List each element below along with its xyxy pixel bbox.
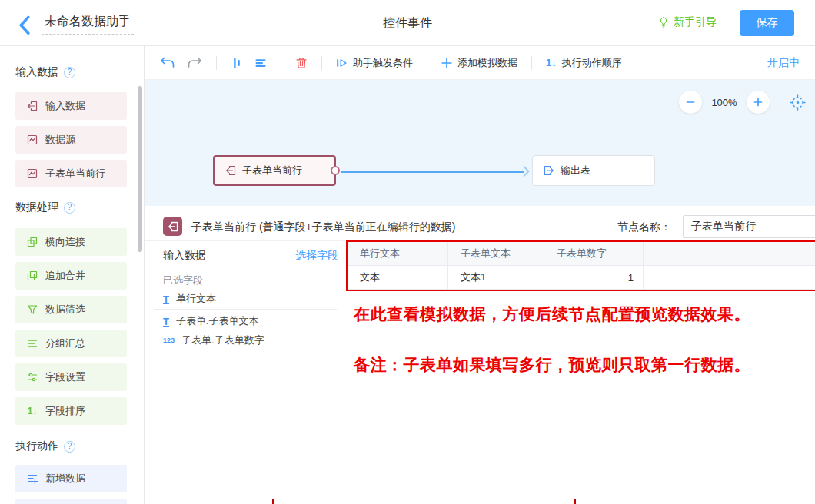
sort-order-icon: 1↓ xyxy=(546,58,557,68)
filter-icon xyxy=(27,304,38,315)
horizontal-join-icon xyxy=(27,237,38,247)
table-cell: 文本 xyxy=(348,266,448,290)
sidebar-item-data-filter[interactable]: 数据筛选 xyxy=(15,296,127,323)
toolbar-divider xyxy=(531,56,532,70)
mock-data-table: 单行文本 子表单文本 子表单数字 文本 文本1 1 xyxy=(348,242,815,290)
app-window: 未命名数据助手 控件事件 新手引导 保存 输入数据 ? 输入数据 数据源 xyxy=(0,0,815,504)
group-summary-icon xyxy=(27,338,38,349)
sidebar: 输入数据 ? 输入数据 数据源 子表单当前行 数据处理 ? xyxy=(0,46,145,504)
input-data-label: 输入数据 xyxy=(163,249,206,263)
play-icon xyxy=(336,58,348,68)
add-data-icon xyxy=(27,473,38,484)
annotation-text-2: 备注：子表单如果填写多行，预览则只取第一行数据。 xyxy=(354,354,750,376)
panel-divider xyxy=(145,240,815,241)
node-config-panel: 子表单当前行 (普通字段+子表单当前正在编辑行的数据) 节点名称： 输入数据 选… xyxy=(145,206,815,504)
help-icon[interactable]: ? xyxy=(64,441,75,453)
beginner-guide-button[interactable]: 新手引导 xyxy=(658,15,717,29)
select-fields-link[interactable]: 选择字段 xyxy=(295,249,338,263)
sidebar-item-subform-current-row[interactable]: 子表单当前行 xyxy=(15,160,127,187)
text-field-icon: T xyxy=(163,294,169,304)
node-name-label: 节点名称： xyxy=(617,220,671,234)
subform-row-icon xyxy=(27,168,38,179)
zoom-out-button[interactable] xyxy=(679,91,702,114)
locate-center-icon[interactable] xyxy=(790,94,806,111)
field-item[interactable]: T 子表单.子表单文本 xyxy=(163,313,259,330)
table-cell: 文本1 xyxy=(448,266,544,290)
sidebar-item-group-summary[interactable]: 分组汇总 xyxy=(15,330,127,357)
input-node-icon xyxy=(225,165,236,176)
node-name-input[interactable] xyxy=(683,215,815,238)
node-output-port[interactable] xyxy=(331,166,340,175)
annotation-mark xyxy=(272,499,274,504)
table-cell-empty xyxy=(644,266,815,290)
number-field-icon: 123 xyxy=(163,337,175,344)
sidebar-item-input-data[interactable]: 输入数据 xyxy=(15,92,127,120)
toolbar-divider xyxy=(281,56,281,70)
lightbulb-icon xyxy=(658,17,669,28)
node-subform-current-row[interactable]: 子表单当前行 xyxy=(213,155,336,186)
toolbar-divider xyxy=(321,56,322,70)
sidebar-section-data-processing: 数据处理 ? xyxy=(15,200,75,215)
input-data-header-row: 输入数据 选择字段 xyxy=(163,249,338,263)
toolbar-divider xyxy=(427,56,427,70)
annotation-mark xyxy=(574,499,576,504)
subform-node-badge-icon xyxy=(163,217,182,236)
delete-icon[interactable] xyxy=(295,57,308,69)
annotation-text-1: 在此查看模拟数据，方便后续节点配置预览数据效果。 xyxy=(354,303,750,325)
text-field-icon: T xyxy=(163,317,169,327)
sidebar-item-horizontal-join[interactable]: 横向连接 xyxy=(15,228,127,256)
table-header-cell-empty xyxy=(644,242,815,266)
plus-icon xyxy=(441,58,452,68)
help-icon[interactable]: ? xyxy=(64,202,75,214)
table-cell-number: 1 xyxy=(544,266,644,290)
toolbar-divider xyxy=(216,56,217,70)
sidebar-section-actions: 执行动作 ? xyxy=(15,439,75,454)
zoom-controls: 100% xyxy=(679,91,806,114)
panel-title: 子表单当前行 (普通字段+子表单当前正在编辑行的数据) xyxy=(191,220,455,234)
field-sort-icon: 1↓ xyxy=(27,406,38,416)
horizontal-layout-icon[interactable] xyxy=(254,57,267,69)
node-output-table[interactable]: 输出表 xyxy=(532,155,655,186)
connection-edge xyxy=(341,171,524,173)
selected-fields-label: 已选字段 xyxy=(163,274,203,287)
redo-icon[interactable] xyxy=(187,57,202,68)
sidebar-item-append-merge[interactable]: 追加合并 xyxy=(15,262,127,290)
canvas-toolbar: 助手触发条件 添加模拟数据 1↓ 执行动作顺序 开启中 xyxy=(145,46,815,80)
sidebar-section-input-data: 输入数据 ? xyxy=(15,65,75,80)
edge-arrow-icon xyxy=(523,165,530,177)
sidebar-item-field-settings[interactable]: 字段设置 xyxy=(15,363,127,391)
status-badge[interactable]: 开启中 xyxy=(767,56,800,70)
zoom-in-button[interactable] xyxy=(747,91,770,114)
table-header-cell: 单行文本 xyxy=(348,242,448,266)
datasource-icon xyxy=(27,134,38,145)
field-item[interactable]: 123 子表单.子表单数字 xyxy=(163,332,264,349)
trigger-condition-button[interactable]: 助手触发条件 xyxy=(336,56,413,70)
sidebar-item-partial[interactable] xyxy=(15,499,127,504)
main-area: 助手触发条件 添加模拟数据 1↓ 执行动作顺序 开启中 100% xyxy=(145,46,815,504)
sidebar-scrollbar[interactable] xyxy=(138,86,142,252)
guide-label: 新手引导 xyxy=(674,15,717,29)
sidebar-item-field-sort[interactable]: 1↓ 字段排序 xyxy=(15,397,127,425)
flow-canvas[interactable]: 100% 子表单当前行 xyxy=(145,80,815,206)
action-order-button[interactable]: 1↓ 执行动作顺序 xyxy=(546,56,622,70)
undo-icon[interactable] xyxy=(160,57,175,68)
add-mock-data-button[interactable]: 添加模拟数据 xyxy=(441,56,517,70)
top-bar: 未命名数据助手 控件事件 新手引导 保存 xyxy=(0,0,815,46)
sidebar-item-datasource[interactable]: 数据源 xyxy=(15,126,127,154)
save-button[interactable]: 保存 xyxy=(740,10,794,36)
output-node-icon xyxy=(544,165,554,176)
input-data-icon xyxy=(27,101,38,111)
append-merge-icon xyxy=(27,270,38,281)
field-settings-icon xyxy=(27,372,38,383)
vertical-layout-icon[interactable] xyxy=(231,57,243,69)
table-header-cell: 子表单数字 xyxy=(544,242,644,266)
field-list-divider xyxy=(154,309,337,310)
help-icon[interactable]: ? xyxy=(64,67,75,78)
zoom-level: 100% xyxy=(710,97,739,108)
table-header-cell: 子表单文本 xyxy=(448,242,544,266)
field-item[interactable]: T 单行文本 xyxy=(163,290,216,307)
sidebar-item-add-data[interactable]: 新增数据 xyxy=(15,465,127,492)
